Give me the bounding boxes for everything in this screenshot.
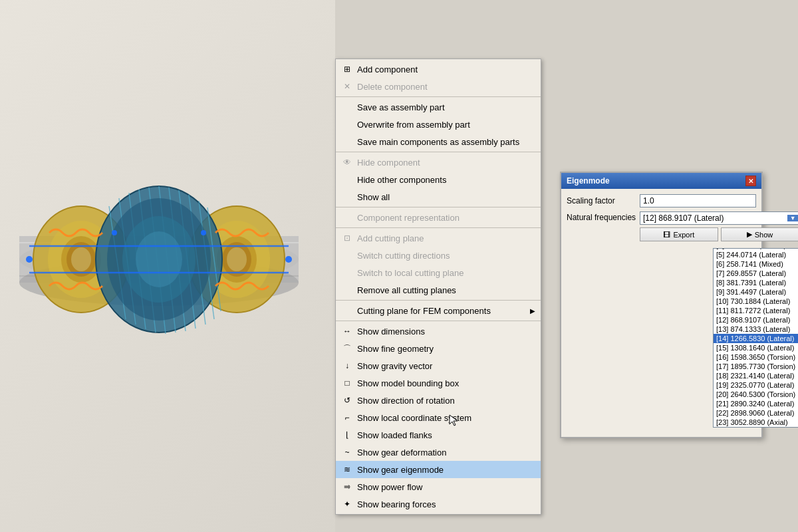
menu-icon-show-dimensions: ↔ xyxy=(341,325,353,337)
menu-text-cutting-fem: Cutting plane for FEM components xyxy=(357,306,530,316)
menu-text-overwrite-assembly: Overwrite from assembly part xyxy=(357,120,535,130)
menu-icon-remove-cutting xyxy=(341,284,353,296)
menu-item-show-local-coord[interactable]: ⌐Show local coordinate system xyxy=(336,409,541,426)
freq-item-15[interactable]: [15] 1308.1640 (Lateral) xyxy=(714,343,798,352)
menu-item-show-fine-geo[interactable]: ⌒Show fine geometry xyxy=(336,340,541,357)
svg-point-35 xyxy=(26,256,33,263)
menu-item-delete-component: ✕Delete component xyxy=(336,78,541,95)
context-menu[interactable]: ⊞Add component✕Delete componentSave as a… xyxy=(335,59,541,515)
menu-icon-show-bounding: □ xyxy=(341,377,353,389)
submenu-arrow-icon: ▶ xyxy=(530,307,535,315)
menu-text-show-dimensions: Show dimensions xyxy=(357,327,535,336)
freq-item-10[interactable]: [10] 730.1884 (Lateral) xyxy=(714,297,798,306)
menu-item-hide-component: 👁Hide component xyxy=(336,154,541,171)
menu-icon-show-rotation: ↺ xyxy=(341,394,353,406)
gear-assembly-svg xyxy=(9,100,309,419)
menu-text-hide-other: Hide other components xyxy=(357,175,535,185)
freq-item-20[interactable]: [20] 2640.5300 (Torsion) xyxy=(714,390,798,399)
freq-item-8[interactable]: [8] 381.7391 (Lateral) xyxy=(714,278,798,287)
natural-freq-label: Natural frequencies xyxy=(567,211,640,222)
menu-icon-show-bearing: ✦ xyxy=(341,498,353,510)
freq-item-18[interactable]: [18] 2321.4140 (Lateral) xyxy=(714,371,798,380)
menu-item-hide-other[interactable]: Hide other components xyxy=(336,171,541,188)
menu-item-remove-cutting[interactable]: Remove all cutting planes xyxy=(336,281,541,299)
menu-text-show-all: Show all xyxy=(357,192,535,202)
dialog-close-button[interactable]: ✕ xyxy=(745,176,756,186)
freq-item-19[interactable]: [19] 2325.0770 (Lateral) xyxy=(714,380,798,390)
menu-item-cutting-fem[interactable]: Cutting plane for FEM components▶ xyxy=(336,302,541,319)
menu-icon-hide-component: 👁 xyxy=(341,156,353,168)
menu-text-show-power: Show power flow xyxy=(357,482,535,492)
freq-item-12[interactable]: [12] 868.9107 (Lateral) xyxy=(714,315,798,325)
svg-point-32 xyxy=(136,231,182,287)
dialog-title: Eigenmode xyxy=(567,176,610,186)
menu-icon-save-main xyxy=(341,136,353,148)
freq-item-22[interactable]: [22] 2898.9060 (Lateral) xyxy=(714,408,798,418)
menu-separator xyxy=(336,300,541,301)
menu-item-save-assembly[interactable]: Save as assembly part xyxy=(336,98,541,116)
menu-item-show-rotation[interactable]: ↺Show direction of rotation xyxy=(336,392,541,409)
menu-item-show-all[interactable]: Show all xyxy=(336,188,541,205)
freq-item-23[interactable]: [23] 3052.8890 (Axial) xyxy=(714,418,798,427)
svg-point-37 xyxy=(112,230,117,235)
menu-item-component-rep: Component representation xyxy=(336,209,541,226)
menu-icon-switch-cutting xyxy=(341,249,353,261)
menu-text-add-cutting: Add cutting plane xyxy=(357,233,535,243)
menu-item-show-gear-eigen[interactable]: ≋Show gear eigenmode xyxy=(336,461,541,478)
menu-item-show-bearing[interactable]: ✦Show bearing forces xyxy=(336,495,541,513)
menu-item-show-power[interactable]: ⥤Show power flow xyxy=(336,478,541,495)
menu-icon-show-all xyxy=(341,191,353,203)
viewport xyxy=(0,0,335,532)
menu-icon-add-component: ⊞ xyxy=(341,63,353,75)
freq-item-7[interactable]: [7] 269.8557 (Lateral) xyxy=(714,269,798,278)
scaling-input[interactable] xyxy=(640,194,756,207)
freq-item-14[interactable]: [14] 1266.5830 (Lateral) xyxy=(714,334,798,343)
freq-item-9[interactable]: [9] 391.4497 (Lateral) xyxy=(714,287,798,297)
freq-item-16[interactable]: [16] 1598.3650 (Torsion) xyxy=(714,352,798,362)
freq-item-5[interactable]: [5] 244.0714 (Lateral) xyxy=(714,250,798,259)
menu-text-switch-local: Switch to local cutting plane xyxy=(357,268,535,278)
menu-icon-show-power: ⥤ xyxy=(341,481,353,493)
menu-separator xyxy=(336,96,541,97)
freq-item-13[interactable]: [13] 874.1333 (Lateral) xyxy=(714,325,798,334)
menu-icon-show-fine-geo: ⌒ xyxy=(341,342,353,354)
menu-separator xyxy=(336,207,541,207)
menu-item-show-loaded[interactable]: ⌊Show loaded flanks xyxy=(336,426,541,444)
svg-point-36 xyxy=(285,256,292,263)
selected-freq: [12] 868.9107 (Lateral) xyxy=(643,213,724,223)
menu-item-show-bounding[interactable]: □Show model bounding box xyxy=(336,374,541,392)
menu-text-show-rotation: Show direction of rotation xyxy=(357,396,535,406)
freq-item-21[interactable]: [21] 2890.3240 (Lateral) xyxy=(714,399,798,408)
menu-item-switch-local: Switch to local cutting plane xyxy=(336,264,541,281)
menu-icon-save-assembly xyxy=(341,101,353,113)
menu-text-show-local-coord: Show local coordinate system xyxy=(357,413,535,423)
menu-icon-delete-component: ✕ xyxy=(341,80,353,92)
frequency-list[interactable]: [1] 0.0023 (Torsion)[2] 80.4311 (Mixed)[… xyxy=(713,248,798,428)
menu-text-delete-component: Delete component xyxy=(357,82,535,92)
menu-text-save-assembly: Save as assembly part xyxy=(357,102,535,112)
freq-item-17[interactable]: [17] 1895.7730 (Torsion) xyxy=(714,362,798,371)
menu-separator xyxy=(336,227,541,228)
freq-dropdown[interactable]: [12] 868.9107 (Lateral) ▼ xyxy=(640,211,798,225)
menu-text-hide-component: Hide component xyxy=(357,158,535,168)
menu-icon-show-loaded: ⌊ xyxy=(341,429,353,441)
menu-text-show-gravity: Show gravity vector xyxy=(357,361,535,371)
menu-item-show-dimensions[interactable]: ↔Show dimensions xyxy=(336,323,541,340)
menu-icon-cutting-fem xyxy=(341,305,353,317)
show-button[interactable]: ▶ Show xyxy=(721,227,798,241)
menu-item-add-component[interactable]: ⊞Add component xyxy=(336,61,541,78)
menu-text-show-fine-geo: Show fine geometry xyxy=(357,344,535,354)
menu-item-show-gravity[interactable]: ↓Show gravity vector xyxy=(336,357,541,374)
menu-separator xyxy=(336,321,541,321)
film-icon: 🎞 xyxy=(663,231,670,239)
menu-item-show-gear-def[interactable]: ~Show gear deformation xyxy=(336,444,541,461)
freq-item-6[interactable]: [6] 258.7141 (Mixed) xyxy=(714,259,798,269)
menu-item-save-main[interactable]: Save main components as assembly parts xyxy=(336,133,541,150)
menu-icon-hide-other xyxy=(341,174,353,186)
menu-item-overwrite-assembly[interactable]: Overwrite from assembly part xyxy=(336,116,541,133)
export-button[interactable]: 🎞 Export xyxy=(640,227,718,241)
freq-item-11[interactable]: [11] 811.7272 (Lateral) xyxy=(714,306,798,315)
menu-text-component-rep: Component representation xyxy=(357,213,535,223)
svg-point-38 xyxy=(201,230,206,235)
menu-icon-overwrite-assembly xyxy=(341,118,353,130)
